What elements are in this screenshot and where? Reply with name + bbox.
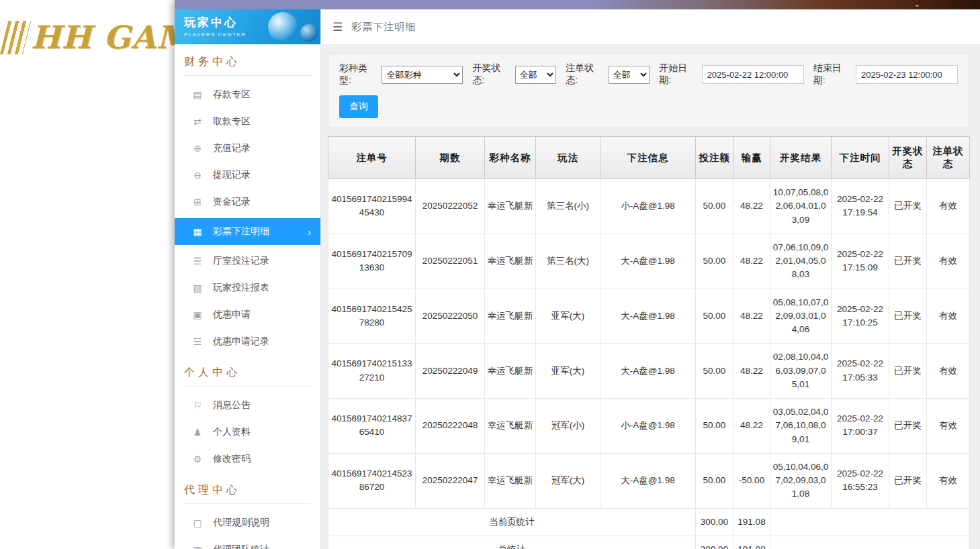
bet-status-select[interactable]: 全部 (609, 66, 650, 84)
table-cell: 401569174021599445430 (328, 179, 416, 234)
lottery-type-select[interactable]: 全部彩种 (382, 66, 463, 84)
table-cell: 401569174021542578280 (328, 289, 416, 344)
draw-status-select[interactable]: 全部 (515, 66, 557, 84)
table-cell: 有效 (927, 179, 970, 234)
table-cell: 幸运飞艇新 (485, 344, 536, 399)
withdraw-icon: ⊖ (192, 170, 203, 181)
sidebar-item-announcements[interactable]: ⚐消息公告 (175, 392, 320, 419)
table-cell: 20250222047 (416, 453, 485, 508)
table-cell: 48.22 (733, 179, 770, 234)
table-cell: 20250222049 (416, 344, 485, 399)
table-cell: 已开奖 (889, 344, 927, 399)
table-row: 40156917402159944543020250222052幸运飞艇新第三名… (328, 179, 970, 234)
maximize-button[interactable]: ❐ (951, 1, 957, 8)
sidebar-item-agent-team-stats[interactable]: ▥代理团队统计 (175, 536, 320, 549)
table-cell: 冠军(小) (536, 399, 600, 454)
sidebar-header: 玩家中心 PLAYERS CENTER (175, 9, 320, 44)
table-cell: 冠军(大) (536, 453, 600, 508)
summary-row: 当前页统计300.00191.08 (328, 508, 970, 536)
table-cell: 48.22 (733, 234, 770, 289)
table-cell: 20250222052 (416, 179, 485, 234)
table-cell: 第三名(大) (536, 234, 600, 289)
chevron-down-icon[interactable]: ⌄ (914, 1, 920, 8)
end-date-input[interactable] (856, 65, 958, 84)
sidebar-item-label: 彩票下注明细 (213, 226, 269, 238)
sidebar-item-label: 消息公告 (213, 399, 251, 411)
table-cell: 50.00 (696, 289, 733, 344)
column-header: 开奖结果 (770, 137, 832, 179)
sidebar-item-label: 代理团队统计 (213, 544, 269, 549)
bet-status-label: 注单状态: (566, 62, 605, 87)
sidebar-item-promo-apply-records[interactable]: ☱优惠申请记录 (175, 328, 320, 355)
sidebar-item-fund-records[interactable]: ⊞资金记录 (175, 189, 320, 215)
sidebar-item-label: 提现记录 (213, 169, 251, 181)
bets-table-wrap: 注单号期数彩种名称玩法下注信息投注额输赢开奖结果下注时间开奖状态注单状态 401… (328, 136, 969, 549)
table-cell: 2025-02-22 16:55:23 (832, 453, 889, 508)
sidebar-item-withdrawal-records[interactable]: ⊖提现记录 (175, 162, 320, 189)
main-content: ☰ 彩票下注明细 彩种类型: 全部彩种 开奖状态: 全部 注单状态: (321, 9, 980, 549)
table-cell: 幸运飞艇新 (485, 399, 536, 454)
gear-icon: ⚙ (192, 454, 203, 464)
funds-icon: ⊞ (192, 197, 203, 207)
sidebar-item-label: 存款专区 (213, 89, 251, 101)
table-cell: 已开奖 (889, 234, 927, 289)
table-cell: 2025-02-22 17:00:37 (832, 399, 889, 454)
sidebar-subtitle: PLAYERS CENTER (184, 32, 311, 38)
sidebar-item-withdraw-zone[interactable]: ⇄取款专区 (175, 108, 320, 135)
table-cell: 有效 (927, 344, 970, 399)
table-cell: 幸运飞艇新 (485, 234, 536, 289)
table-row: 40156917402157091363020250222051幸运飞艇新第三名… (328, 234, 970, 289)
sidebar-item-label: 代理规则说明 (213, 517, 269, 529)
column-header: 玩法 (536, 137, 600, 179)
logo-bars-icon (0, 21, 31, 54)
sidebar-item-lottery-bet-details[interactable]: ▦彩票下注明细› (175, 218, 320, 245)
sidebar-item-promo-apply[interactable]: ▣优惠申请 (175, 301, 320, 328)
table-cell: 大-A盘@1.98 (600, 289, 696, 344)
records-icon: ☰ (192, 256, 203, 266)
table-cell: 07,06,10,09,02,01,04,05,08,03 (770, 234, 832, 289)
sidebar-item-agent-rules[interactable]: ▢代理规则说明 (175, 509, 320, 536)
table-cell: 20250222051 (416, 234, 485, 289)
table-cell: 有效 (927, 453, 970, 508)
table-cell: 48.22 (733, 289, 770, 344)
window-titlebar: ⌄ — ❐ ✕ (175, 0, 980, 9)
table-cell: 401569174021513327210 (328, 344, 416, 399)
menu-toggle-icon[interactable]: ☰ (332, 20, 343, 34)
close-button[interactable]: ✕ (969, 1, 975, 8)
table-cell: 亚军(大) (536, 289, 600, 344)
content-header: ☰ 彩票下注明细 (321, 9, 980, 45)
start-date-input[interactable] (702, 65, 804, 84)
sidebar-item-profile[interactable]: ♟个人资料 (175, 419, 320, 446)
sidebar-item-change-password[interactable]: ⚙修改密码 (175, 446, 320, 472)
sidebar-item-deposit-zone[interactable]: ▤存款专区 (175, 81, 320, 108)
table-cell: 20250222048 (416, 399, 485, 454)
table-cell: 小-A盘@1.98 (600, 399, 696, 454)
table-cell: 10,07,05,08,02,06,04,01,03,09 (770, 179, 832, 234)
table-row: 40156917402151332721020250222049幸运飞艇新亚军(… (328, 344, 970, 399)
table-cell: 幸运飞艇新 (485, 453, 536, 508)
column-header: 输赢 (733, 137, 770, 179)
minimize-button[interactable]: — (932, 1, 939, 8)
summary-cell (770, 508, 970, 536)
query-button[interactable]: 查询 (339, 95, 378, 118)
sidebar: 玩家中心 PLAYERS CENTER 财务中心▤存款专区⇄取款专区⊕充值记录⊖… (175, 9, 321, 549)
summary-cell: 300.00 (696, 508, 733, 536)
table-header-row: 注单号期数彩种名称玩法下注信息投注额输赢开奖结果下注时间开奖状态注单状态 (328, 137, 970, 179)
sidebar-item-label: 厅室投注记录 (213, 255, 269, 267)
page-title: 彩票下注明细 (351, 21, 416, 34)
sidebar-item-hall-bet-records[interactable]: ☰厅室投注记录 (175, 248, 320, 274)
sidebar-item-recharge-records[interactable]: ⊕充值记录 (175, 135, 320, 162)
table-cell: 48.22 (733, 399, 770, 454)
card-icon: ▤ (192, 89, 203, 100)
table-cell: 小-A盘@1.98 (600, 179, 696, 234)
summary-cell (770, 536, 970, 549)
summary-cell: 191.08 (733, 508, 770, 536)
table-cell: 已开奖 (889, 453, 927, 508)
bets-table: 注单号期数彩种名称玩法下注信息投注额输赢开奖结果下注时间开奖状态注单状态 401… (328, 136, 970, 549)
chevron-right-icon: › (308, 226, 311, 238)
sidebar-item-player-bet-report[interactable]: ▧玩家投注报表 (175, 274, 320, 301)
table-cell: 第三名(小) (536, 179, 600, 234)
transfer-icon: ⇄ (192, 116, 203, 127)
table-row: 40156917402145238672020250222047幸运飞艇新冠军(… (328, 453, 970, 508)
column-header: 开奖状态 (889, 137, 927, 179)
